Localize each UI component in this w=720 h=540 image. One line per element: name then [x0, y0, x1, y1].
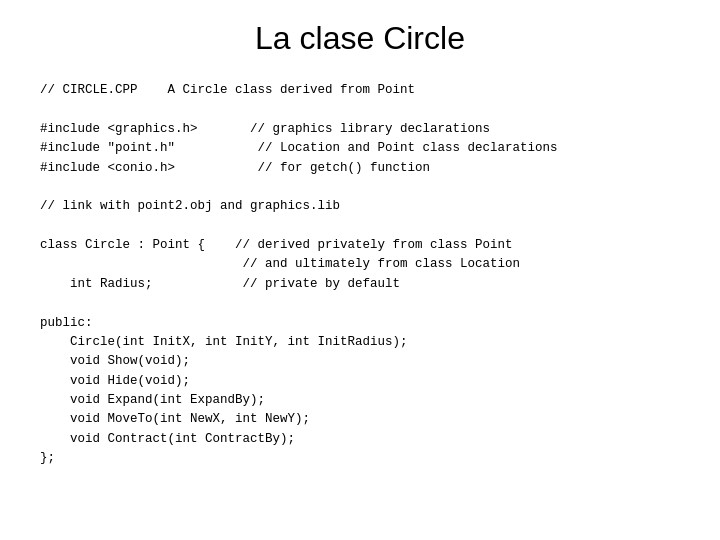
code-content: // CIRCLE.CPP A Circle class derived fro… [40, 81, 680, 469]
page-title: La clase Circle [255, 20, 465, 57]
page: La clase Circle // CIRCLE.CPP A Circle c… [0, 0, 720, 540]
